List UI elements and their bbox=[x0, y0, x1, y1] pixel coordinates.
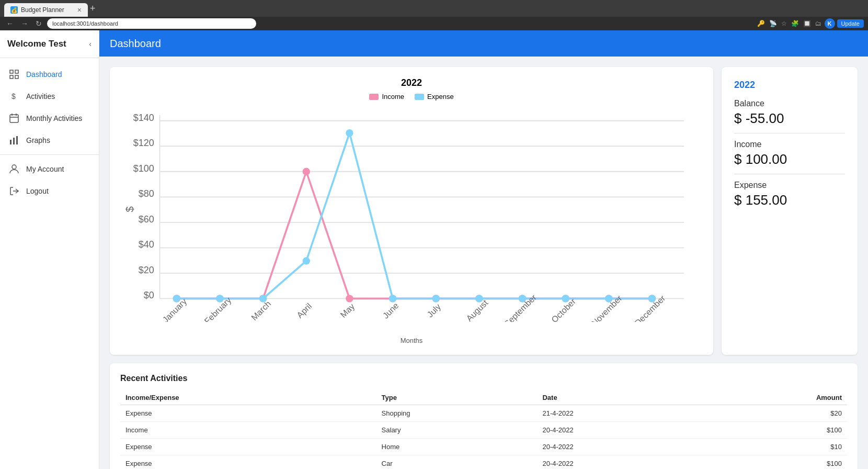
table-header-row: Income/Expense Type Date Amount bbox=[120, 390, 847, 405]
cell-type: Expense bbox=[120, 405, 376, 422]
ext3-icon: 🗂 bbox=[814, 19, 823, 28]
cell-category: Shopping bbox=[376, 405, 538, 422]
browser-toolbar-right: 🔑 📡 ☆ 🧩 🔲 🗂 K Update bbox=[756, 18, 864, 29]
update-btn[interactable]: Update bbox=[837, 19, 864, 28]
cast-icon: 📡 bbox=[768, 19, 778, 28]
sidebar-collapse-btn[interactable]: ‹ bbox=[89, 40, 92, 48]
tab-close-btn[interactable]: × bbox=[77, 6, 82, 14]
svg-point-48 bbox=[346, 129, 353, 137]
svg-rect-2 bbox=[10, 75, 13, 79]
activities-title: Recent Activities bbox=[120, 374, 847, 383]
cell-date: 20-4-2022 bbox=[537, 439, 703, 455]
x-axis-label: Months bbox=[120, 337, 703, 344]
svg-point-35 bbox=[303, 168, 310, 175]
col-income-expense: Income/Expense bbox=[120, 390, 376, 405]
page-title: Dashboard bbox=[110, 38, 161, 50]
legend-income: Income bbox=[369, 93, 404, 100]
cell-type: Expense bbox=[120, 455, 376, 469]
svg-rect-11 bbox=[16, 136, 18, 144]
svg-text:April: April bbox=[295, 301, 314, 320]
sidebar: Welcome Test ‹ Dashboard $ Activities M bbox=[0, 30, 99, 469]
expense-legend-color bbox=[415, 94, 424, 100]
sidebar-item-my-account[interactable]: My Account bbox=[0, 158, 99, 180]
back-btn[interactable]: ← bbox=[4, 18, 16, 29]
svg-rect-9 bbox=[10, 140, 12, 144]
stats-year: 2022 bbox=[734, 80, 845, 91]
browser-chrome: Budget Planner × + ← → ↻ localhost:3001/… bbox=[0, 0, 868, 30]
svg-rect-1 bbox=[15, 70, 18, 73]
sidebar-label-monthly: Monthly Activities bbox=[26, 114, 82, 122]
sidebar-item-dashboard[interactable]: Dashboard bbox=[0, 63, 99, 85]
tab-bar: Budget Planner × + bbox=[0, 0, 868, 17]
line-chart-svg: $0 $20 $40 $60 $80 $100 $120 $140 $ bbox=[120, 106, 703, 322]
cell-date: 20-4-2022 bbox=[537, 422, 703, 439]
forward-btn[interactable]: → bbox=[19, 18, 30, 29]
sidebar-label-graphs: Graphs bbox=[26, 136, 50, 144]
star-icon[interactable]: ☆ bbox=[780, 19, 788, 28]
sidebar-item-graphs[interactable]: Graphs bbox=[0, 129, 99, 151]
top-row: 2022 Income Expense $ bbox=[110, 67, 858, 355]
svg-text:$: $ bbox=[124, 206, 135, 212]
table-row: Expense Home 20-4-2022 $10 bbox=[120, 439, 847, 455]
account-avatar[interactable]: K bbox=[825, 18, 835, 29]
expense-value: $ 155.00 bbox=[734, 192, 845, 208]
stats-card: 2022 Balance $ -55.00 Income $ 100.00 Ex… bbox=[722, 67, 858, 355]
sidebar-title: Welcome Test bbox=[7, 39, 66, 49]
cell-category: Home bbox=[376, 439, 538, 455]
stats-divider-2 bbox=[734, 174, 845, 174]
cell-category: Car bbox=[376, 455, 538, 469]
sidebar-nav: Dashboard $ Activities Monthly Activitie… bbox=[0, 58, 99, 469]
sidebar-label-dashboard: Dashboard bbox=[26, 70, 62, 79]
sidebar-label-activities: Activities bbox=[26, 92, 55, 100]
activities-table: Income/Expense Type Date Amount Expense … bbox=[120, 390, 847, 469]
sidebar-item-activities[interactable]: $ Activities bbox=[0, 85, 99, 107]
svg-text:$120: $120 bbox=[133, 138, 154, 148]
svg-rect-3 bbox=[15, 75, 18, 79]
col-amount: Amount bbox=[703, 390, 847, 405]
svg-text:May: May bbox=[338, 301, 357, 319]
income-legend-label: Income bbox=[382, 93, 404, 100]
grid-icon bbox=[8, 69, 20, 80]
new-tab-btn[interactable]: + bbox=[90, 3, 96, 14]
svg-point-47 bbox=[303, 257, 310, 264]
cell-category: Salary bbox=[376, 422, 538, 439]
expense-legend-label: Expense bbox=[427, 93, 454, 100]
url-bar[interactable]: localhost:3001/dashboard bbox=[47, 18, 256, 29]
svg-text:$: $ bbox=[12, 92, 16, 100]
dollar-icon: $ bbox=[8, 91, 20, 102]
bar-chart-icon bbox=[8, 135, 20, 146]
table-row: Expense Car 20-4-2022 $100 bbox=[120, 455, 847, 469]
svg-text:$60: $60 bbox=[139, 214, 154, 225]
balance-section: Balance $ -55.00 bbox=[734, 99, 845, 127]
active-tab[interactable]: Budget Planner × bbox=[4, 3, 88, 17]
app: Welcome Test ‹ Dashboard $ Activities M bbox=[0, 30, 868, 469]
tab-title: Budget Planner bbox=[21, 6, 64, 14]
svg-text:$0: $0 bbox=[144, 290, 154, 300]
nav-divider bbox=[0, 154, 99, 155]
balance-label: Balance bbox=[734, 99, 845, 108]
table-row: Income Salary 20-4-2022 $100 bbox=[120, 422, 847, 439]
svg-text:$20: $20 bbox=[139, 265, 154, 275]
chart-legend: Income Expense bbox=[120, 93, 703, 100]
sidebar-label-account: My Account bbox=[26, 165, 64, 173]
income-legend-color bbox=[369, 94, 379, 100]
cell-date: 21-4-2022 bbox=[537, 405, 703, 422]
person-icon bbox=[8, 163, 20, 175]
refresh-btn[interactable]: ↻ bbox=[33, 18, 44, 29]
cell-amount: $20 bbox=[703, 405, 847, 422]
table-row: Expense Shopping 21-4-2022 $20 bbox=[120, 405, 847, 422]
sidebar-item-monthly-activities[interactable]: Monthly Activities bbox=[0, 107, 99, 129]
calendar-icon bbox=[8, 113, 20, 124]
income-section: Income $ 100.00 bbox=[734, 140, 845, 168]
balance-value: $ -55.00 bbox=[734, 110, 845, 127]
income-value: $ 100.00 bbox=[734, 151, 845, 168]
main: Dashboard 2022 Income Expense bbox=[99, 30, 868, 469]
income-label: Income bbox=[734, 140, 845, 149]
tab-favicon bbox=[10, 6, 18, 14]
activities-card: Recent Activities Income/Expense Type Da… bbox=[110, 363, 858, 469]
svg-text:July: July bbox=[425, 302, 443, 319]
sidebar-item-logout[interactable]: Logout bbox=[0, 180, 99, 202]
col-type: Type bbox=[376, 390, 538, 405]
cell-amount: $100 bbox=[703, 422, 847, 439]
ext2-icon: 🔲 bbox=[802, 19, 812, 28]
